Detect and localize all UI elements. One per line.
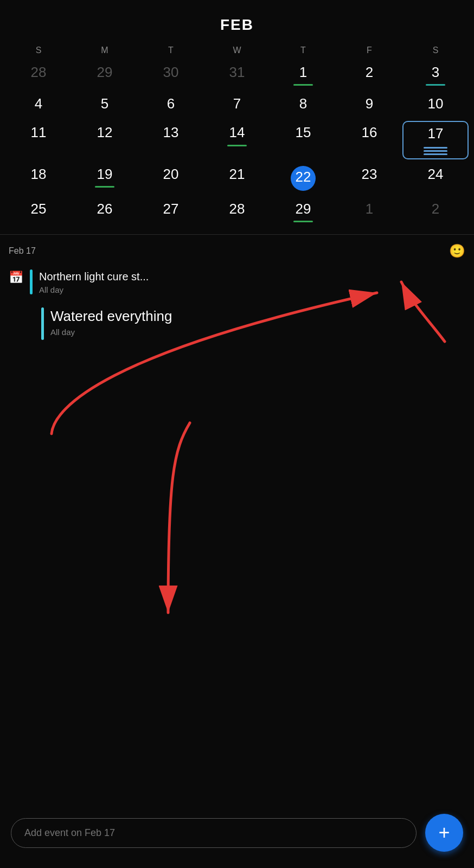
event-item-1[interactable]: 📅 Northern light cure st... All day — [9, 269, 465, 294]
day-4[interactable]: 4 — [5, 92, 72, 118]
month-title: FEB — [5, 11, 469, 43]
day-22-today[interactable]: 22 — [270, 163, 336, 194]
day-18[interactable]: 18 — [5, 163, 72, 194]
day-2[interactable]: 2 — [336, 61, 402, 89]
day-23[interactable]: 23 — [336, 163, 402, 194]
day-6[interactable]: 6 — [138, 92, 204, 118]
day-7[interactable]: 7 — [204, 92, 270, 118]
event-title-2: Watered everything — [50, 307, 465, 326]
day-29-prev[interactable]: 29 — [72, 61, 138, 89]
event-dot-3-teal — [426, 84, 445, 86]
day-25[interactable]: 25 — [5, 197, 72, 226]
day-3[interactable]: 3 — [402, 61, 469, 89]
weekday-mon: M — [72, 43, 138, 57]
day-31-prev[interactable]: 31 — [204, 61, 270, 89]
event-color-bar-2 — [41, 307, 44, 340]
weekday-sun: S — [5, 43, 72, 57]
weekday-thu: T — [270, 43, 336, 57]
day-30-prev[interactable]: 30 — [138, 61, 204, 89]
day-9[interactable]: 9 — [336, 92, 402, 118]
add-event-fab[interactable]: + — [425, 814, 463, 852]
event-dot-14-green — [227, 145, 247, 146]
event-details-1: Northern light cure st... All day — [39, 269, 465, 294]
day-20[interactable]: 20 — [138, 163, 204, 194]
fab-plus-icon: + — [438, 823, 450, 843]
weekday-tue: T — [138, 43, 204, 57]
events-date-label: Feb 17 — [9, 246, 36, 256]
day-21[interactable]: 21 — [204, 163, 270, 194]
day-12[interactable]: 12 — [72, 121, 138, 159]
events-date-header: Feb 17 🙂 — [9, 243, 465, 259]
day-16[interactable]: 16 — [336, 121, 402, 159]
event-details-2: Watered everything All day — [50, 307, 465, 337]
event-dot-19-green — [95, 186, 114, 188]
add-event-input[interactable] — [11, 818, 417, 848]
day-28[interactable]: 28 — [204, 197, 270, 226]
day-28-prev[interactable]: 28 — [5, 61, 72, 89]
day-1[interactable]: 1 — [270, 61, 336, 89]
day-2-next[interactable]: 2 — [402, 197, 469, 226]
weekday-sat: S — [402, 43, 469, 57]
emoji-button[interactable]: 🙂 — [449, 243, 465, 259]
event-subtitle-2: All day — [50, 327, 465, 337]
weekday-fri: F — [336, 43, 402, 57]
day-8[interactable]: 8 — [270, 92, 336, 118]
day-17-selected[interactable]: 17 — [402, 121, 469, 159]
day-19[interactable]: 19 — [72, 163, 138, 194]
day-24[interactable]: 24 — [402, 163, 469, 194]
day-26[interactable]: 26 — [72, 197, 138, 226]
bottom-bar: + — [0, 805, 474, 868]
day-27[interactable]: 27 — [138, 197, 204, 226]
day-10[interactable]: 10 — [402, 92, 469, 118]
day-5[interactable]: 5 — [72, 92, 138, 118]
day-29[interactable]: 29 — [270, 197, 336, 226]
events-section: Feb 17 🙂 📅 Northern light cure st... All… — [0, 235, 474, 340]
event-dot-29-green — [293, 221, 313, 222]
event-color-bar-1 — [30, 269, 33, 294]
event-dot-1-green — [293, 84, 313, 86]
day-1-next[interactable]: 1 — [336, 197, 402, 226]
event-title-1: Northern light cure st... — [39, 269, 465, 284]
day-13[interactable]: 13 — [138, 121, 204, 159]
weekday-wed: W — [204, 43, 270, 57]
calendar-icon: 📅 — [9, 271, 23, 285]
day-14[interactable]: 14 — [204, 121, 270, 159]
calendar-grid: 28 29 30 31 1 2 3 4 5 6 7 8 9 10 11 12 1… — [5, 61, 469, 226]
day-15[interactable]: 15 — [270, 121, 336, 159]
event-subtitle-1: All day — [39, 285, 465, 294]
event-item-2[interactable]: Watered everything All day — [9, 307, 465, 340]
weekday-row: S M T W T F S — [5, 43, 469, 57]
day-11[interactable]: 11 — [5, 121, 72, 159]
